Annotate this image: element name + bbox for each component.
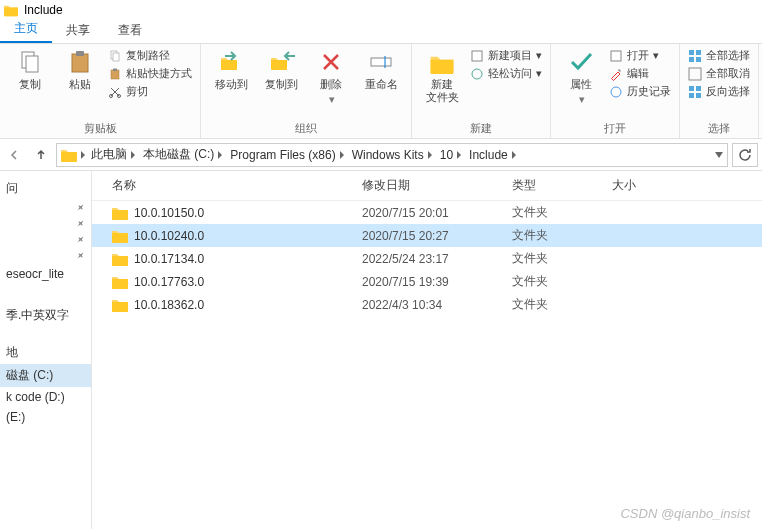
move-icon xyxy=(217,48,245,76)
file-type: 文件夹 xyxy=(512,204,612,221)
file-name: 10.0.18362.0 xyxy=(134,298,204,312)
chevron-icon xyxy=(129,151,137,159)
dropdown-icon[interactable] xyxy=(715,152,723,158)
breadcrumb-bar[interactable]: 此电脑本地磁盘 (C:)Program Files (x86)Windows K… xyxy=(56,143,728,167)
chevron-icon xyxy=(455,151,463,159)
file-name: 10.0.10240.0 xyxy=(134,229,204,243)
folder-icon xyxy=(4,3,18,17)
sidebar-disk-e[interactable]: (E:) xyxy=(0,407,91,427)
sidebar-pinned[interactable] xyxy=(0,232,91,248)
nav-sidebar: 问 eseocr_lite 季.中英双字 地 磁盘 (C:) k code (D… xyxy=(0,171,92,529)
sidebar-quick[interactable]: 问 xyxy=(0,177,91,200)
chevron-icon xyxy=(216,151,224,159)
column-headers[interactable]: 名称 修改日期 类型 大小 xyxy=(92,171,762,201)
arrow-up-icon xyxy=(35,149,47,161)
col-size[interactable]: 大小 xyxy=(612,177,672,194)
group-label-clipboard: 剪贴板 xyxy=(84,121,117,136)
open-icon xyxy=(609,49,623,63)
open-button[interactable]: 打开 ▾ xyxy=(609,48,671,63)
file-name: 10.0.17134.0 xyxy=(134,252,204,266)
nav-back-button[interactable] xyxy=(4,144,26,166)
file-date: 2020/7/15 19:39 xyxy=(362,275,512,289)
properties-button[interactable]: 属性▾ xyxy=(559,48,603,106)
sidebar-pinned[interactable] xyxy=(0,216,91,232)
invert-selection-button[interactable]: 反向选择 xyxy=(688,84,750,99)
copy-path-button[interactable]: 复制路径 xyxy=(108,48,192,63)
rename-icon xyxy=(367,48,395,76)
edit-button[interactable]: 编辑 xyxy=(609,66,671,81)
sidebar-item[interactable]: 地 xyxy=(0,341,91,364)
rename-button[interactable]: 重命名 xyxy=(359,48,403,91)
check-icon xyxy=(567,48,595,76)
pin-icon xyxy=(75,251,85,261)
easy-icon xyxy=(470,67,484,81)
folder-icon xyxy=(61,148,77,162)
breadcrumb-item[interactable]: 本地磁盘 (C:) xyxy=(141,144,226,165)
window-title: Include xyxy=(24,3,63,17)
address-bar: 此电脑本地磁盘 (C:)Program Files (x86)Windows K… xyxy=(0,139,762,171)
pin-icon xyxy=(75,235,85,245)
tab-home[interactable]: 主页 xyxy=(0,16,52,43)
edit-icon xyxy=(609,67,623,81)
new-item-icon xyxy=(470,49,484,63)
sidebar-disk-c[interactable]: 磁盘 (C:) xyxy=(0,364,91,387)
easy-access-button[interactable]: 轻松访问 ▾ xyxy=(470,66,542,81)
refresh-button[interactable] xyxy=(732,143,758,167)
breadcrumb-item[interactable]: Include xyxy=(467,144,520,165)
group-label-open: 打开 xyxy=(604,121,626,136)
file-date: 2022/5/24 23:17 xyxy=(362,252,512,266)
col-type[interactable]: 类型 xyxy=(512,177,612,194)
sidebar-item[interactable]: 季.中英双字 xyxy=(0,304,91,327)
svg-point-14 xyxy=(611,87,621,97)
cut-button[interactable]: 剪切 xyxy=(108,84,192,99)
new-item-button[interactable]: 新建项目 ▾ xyxy=(470,48,542,63)
select-all-button[interactable]: 全部选择 xyxy=(688,48,750,63)
group-label-select: 选择 xyxy=(708,121,730,136)
tab-share[interactable]: 共享 xyxy=(52,18,104,43)
select-none-button[interactable]: 全部取消 xyxy=(688,66,750,81)
copyto-icon xyxy=(267,48,295,76)
delete-button[interactable]: 删除▾ xyxy=(309,48,353,106)
file-row[interactable]: 10.0.18362.02022/4/3 10:34文件夹 xyxy=(92,293,762,316)
col-date[interactable]: 修改日期 xyxy=(362,177,512,194)
paste-button[interactable]: 粘贴 xyxy=(58,48,102,91)
file-date: 2022/4/3 10:34 xyxy=(362,298,512,312)
paste-shortcut-button[interactable]: 粘贴快捷方式 xyxy=(108,66,192,81)
new-folder-button[interactable]: 新建 文件夹 xyxy=(420,48,464,104)
folder-icon xyxy=(112,229,128,243)
file-name: 10.0.10150.0 xyxy=(134,206,204,220)
folder-icon xyxy=(112,298,128,312)
breadcrumb-item[interactable]: Program Files (x86) xyxy=(228,144,347,165)
sidebar-disk-d[interactable]: k code (D:) xyxy=(0,387,91,407)
breadcrumb-item[interactable]: Windows Kits xyxy=(350,144,436,165)
breadcrumb-item[interactable]: 此电脑 xyxy=(89,144,139,165)
sidebar-item[interactable]: eseocr_lite xyxy=(0,264,91,284)
tab-view[interactable]: 查看 xyxy=(104,18,156,43)
copy-button[interactable]: 复制 xyxy=(8,48,52,91)
pin-icon xyxy=(75,203,85,213)
chevron-icon xyxy=(79,151,87,159)
group-label-new: 新建 xyxy=(470,121,492,136)
copy-to-button[interactable]: 复制到 xyxy=(259,48,303,91)
shortcut-icon xyxy=(108,67,122,81)
paste-icon xyxy=(66,48,94,76)
col-name[interactable]: 名称 xyxy=(112,177,362,194)
sidebar-pinned[interactable] xyxy=(0,200,91,216)
chevron-icon xyxy=(426,151,434,159)
select-all-icon xyxy=(688,49,702,63)
breadcrumb-item[interactable]: 10 xyxy=(438,144,465,165)
history-button[interactable]: 历史记录 xyxy=(609,84,671,99)
file-row[interactable]: 10.0.17763.02020/7/15 19:39文件夹 xyxy=(92,270,762,293)
watermark: CSDN @qianbo_insist xyxy=(620,506,750,521)
file-row[interactable]: 10.0.10150.02020/7/15 20:01文件夹 xyxy=(92,201,762,224)
copy-icon xyxy=(16,48,44,76)
group-label-organize: 组织 xyxy=(295,121,317,136)
file-row[interactable]: 10.0.10240.02020/7/15 20:27文件夹 xyxy=(92,224,762,247)
nav-up-button[interactable] xyxy=(30,144,52,166)
svg-rect-13 xyxy=(611,51,621,61)
file-date: 2020/7/15 20:01 xyxy=(362,206,512,220)
file-row[interactable]: 10.0.17134.02022/5/24 23:17文件夹 xyxy=(92,247,762,270)
move-to-button[interactable]: 移动到 xyxy=(209,48,253,91)
sidebar-pinned[interactable] xyxy=(0,248,91,264)
title-bar: Include xyxy=(0,0,762,20)
